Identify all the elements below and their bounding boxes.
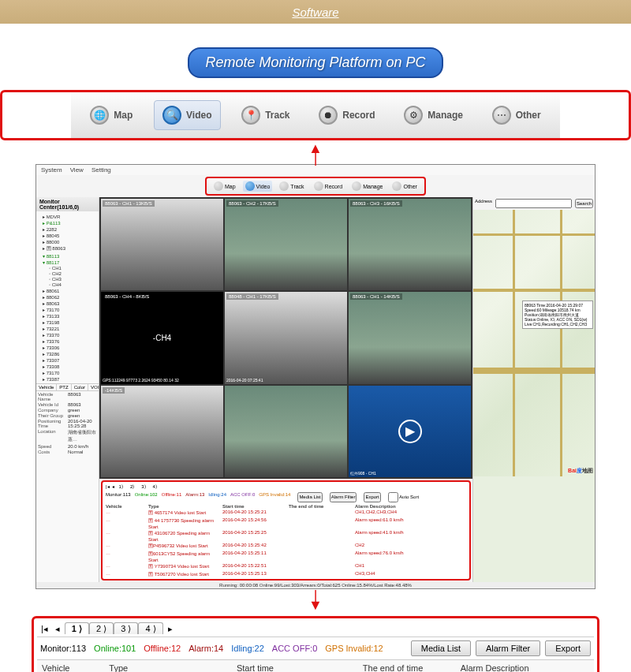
log-page-4[interactable]: 4⟩ <box>151 483 159 489</box>
page-tab-3[interactable]: 3 ⟩ <box>114 622 138 634</box>
col-vehicle[interactable]: Vehicle <box>37 660 104 672</box>
col-alarm-description[interactable]: Alarm Description <box>456 660 594 672</box>
mini-nav-map[interactable]: Map <box>211 181 238 192</box>
nav-track[interactable]: 📍Track <box>233 100 297 130</box>
video-cell-9[interactable]: 红外908 - CH1▶ <box>349 386 471 477</box>
app-menubar[interactable]: SystemViewSetting <box>36 165 595 175</box>
menu-setting[interactable]: Setting <box>91 166 111 174</box>
tree-item[interactable]: ▸ 88063 <box>38 300 97 306</box>
mini-nav-video[interactable]: Video <box>243 181 273 192</box>
media-list-button[interactable]: Media List <box>411 640 471 656</box>
tree-item[interactable]: ▸ 国 88063 <box>38 245 97 252</box>
mini-nav-record[interactable]: Record <box>312 181 345 192</box>
tree-item[interactable]: ◦ CH1 <box>38 265 97 271</box>
col-type[interactable]: Type <box>104 660 232 672</box>
play-icon[interactable]: ▶ <box>398 420 422 443</box>
log-row[interactable]: …国 4657174 Video lost Start2016-04-20 15… <box>106 510 466 517</box>
tree-item[interactable]: ▾ 88113 <box>38 252 97 259</box>
log-row[interactable]: …国 Y7390734 Video lost Start2016-04-20 1… <box>106 563 466 571</box>
log-row[interactable]: …国 T5067270 Video lost Start2016-04-20 1… <box>106 571 466 579</box>
tree-tab-color[interactable]: Color <box>72 384 88 390</box>
tree-item[interactable]: ◦ CH2 <box>38 271 97 276</box>
mini-nav-track[interactable]: Track <box>277 181 306 192</box>
log-page-3[interactable]: 3⟩ <box>139 483 147 489</box>
tree-tab-ptz[interactable]: PTZ <box>57 384 71 390</box>
log-row[interactable]: …国 43106720 Speeding alarm Start2016-04-… <box>106 530 466 543</box>
tree-item[interactable]: ◦ CH4 <box>38 282 97 287</box>
export-button[interactable]: Export <box>364 492 380 502</box>
nav-other[interactable]: ⋯Other <box>484 100 549 130</box>
col-start-time[interactable]: Start time <box>232 660 358 672</box>
nav-label: Map <box>114 110 133 121</box>
nav-first-icon[interactable]: |◂ <box>39 624 50 634</box>
nav-record[interactable]: ⏺Record <box>311 100 383 130</box>
tree-item[interactable]: ▸ 73306 <box>38 344 97 350</box>
video-grid[interactable]: 88063 - CH1 - 13KB/S88063 - CH2 - 17KB/S… <box>99 197 472 479</box>
log-page-tabs[interactable]: |◂◂1⟩2⟩3⟩4⟩ <box>103 482 469 491</box>
tree-item[interactable]: ▸ 73376 <box>38 338 97 344</box>
prop-key: Location <box>36 428 66 443</box>
col-the-end-of-time[interactable]: The end of time <box>358 660 456 672</box>
tree-item[interactable]: ▾ 88117 <box>38 259 97 265</box>
map-vehicle-popup[interactable]: 88063 Time:2016-04-20 15:29:07 Speed:60 … <box>522 301 593 329</box>
alarm-filter-button[interactable]: Alarm Filter <box>330 492 357 502</box>
video-cell-5[interactable]: 88048 - CH1 - 17KB/S2016-04-20 07:25:41 <box>225 292 347 383</box>
tree-item[interactable]: ▸ 73308 <box>38 363 97 369</box>
log-page-2[interactable]: 2⟩ <box>128 483 136 489</box>
prop-value: green <box>66 407 99 413</box>
map-search-button[interactable]: Search <box>575 199 593 208</box>
monitor-stat: ACC OFF:0 <box>272 644 317 653</box>
nav-prev-icon[interactable]: ◂ <box>53 624 62 634</box>
page-tab-2[interactable]: 2 ⟩ <box>89 622 114 634</box>
tree-tabs[interactable]: VehiclePTZColorVOIP <box>36 383 99 390</box>
menu-view[interactable]: View <box>70 166 84 174</box>
tree-item[interactable]: ▸ 73221 <box>38 325 97 331</box>
video-cell-3[interactable]: 88063 - CH3 - 16KB/S <box>349 199 471 290</box>
mini-nav-other[interactable]: Other <box>390 181 420 192</box>
tree-item[interactable]: ▸ 88062 <box>38 293 97 300</box>
video-cell-6[interactable]: 88063 - CH1 - 14KB/S <box>349 292 471 383</box>
video-cell-8[interactable] <box>225 386 347 477</box>
page-nav-tabs[interactable]: |◂ ◂ 1 ⟩2 ⟩3 ⟩4 ⟩ ▸ <box>37 622 594 637</box>
nav-map[interactable]: 🌐Map <box>82 100 140 130</box>
tree-item[interactable]: ▸ P&113 <box>38 219 97 226</box>
nav-next-icon[interactable]: ▸ <box>166 624 175 634</box>
video-cell-4[interactable]: 88063 - CH4 - 8KB/SGPS:112249.97773 2.26… <box>101 292 223 383</box>
nav-video[interactable]: 🔍Video <box>154 100 220 130</box>
menu-system[interactable]: System <box>41 166 62 174</box>
tree-item[interactable]: ▸ 73370 <box>38 331 97 338</box>
media-list-button[interactable]: Media List <box>297 492 322 502</box>
map-canvas[interactable]: 88063 Time:2016-04-20 15:29:07 Speed:60 … <box>473 210 595 476</box>
tree-item[interactable]: ▸ 2282 <box>38 226 97 232</box>
tree-item[interactable]: ▸ 73133 <box>38 312 97 319</box>
tree-item[interactable]: ▸ 88045 <box>38 232 97 238</box>
map-search-input[interactable] <box>495 199 572 208</box>
tree-header: Monitor Center(101/6,0) <box>36 197 99 211</box>
tree-item[interactable]: ▸ 88061 <box>38 287 97 293</box>
log-row[interactable]: …国6013CY52 Speeding alarm Start2016-04-2… <box>106 551 466 563</box>
video-cell-7[interactable]: -14KB/S <box>101 386 223 477</box>
log-row[interactable]: …国 44 1757730 Speeding alarm Start2016-0… <box>106 517 466 530</box>
device-tree[interactable]: ▸ MDVR▸ P&113▸ 2282▸ 88045▸ 88000▸ 国 880… <box>36 211 99 383</box>
tree-item[interactable]: ▸ 73170 <box>38 306 97 312</box>
alarm-filter-button[interactable]: Alarm Filter <box>476 640 540 656</box>
tree-item[interactable]: ▸ 73198 <box>38 319 97 325</box>
video-cell-2[interactable]: 88063 - CH2 - 17KB/S <box>225 199 347 290</box>
log-page-1[interactable]: 1⟩ <box>117 483 125 489</box>
export-button[interactable]: Export <box>545 640 591 656</box>
nav-manage[interactable]: ⚙Manage <box>396 100 471 130</box>
page-tab-1[interactable]: 1 ⟩ <box>65 622 89 634</box>
mini-nav-manage[interactable]: Manage <box>349 181 385 192</box>
auto-sort-checkbox[interactable]: Auto Sort <box>388 492 419 502</box>
tree-item[interactable]: ▸ 73387 <box>38 375 97 382</box>
tree-item[interactable]: ▸ 73307 <box>38 357 97 363</box>
tree-item[interactable]: ▸ MDVR <box>38 213 97 219</box>
tree-item[interactable]: ▸ 73286 <box>38 350 97 357</box>
tree-tab-vehicle[interactable]: Vehicle <box>36 384 57 390</box>
tree-item[interactable]: ▸ 88000 <box>38 238 97 245</box>
tree-item[interactable]: ◦ CH3 <box>38 276 97 282</box>
tree-item[interactable]: ▸ 73170 <box>38 369 97 375</box>
log-row[interactable]: …国P4596732 Video lost Start2016-04-20 15… <box>106 543 466 551</box>
page-tab-4[interactable]: 4 ⟩ <box>138 622 162 634</box>
video-cell-1[interactable]: 88063 - CH1 - 13KB/S <box>101 199 223 290</box>
